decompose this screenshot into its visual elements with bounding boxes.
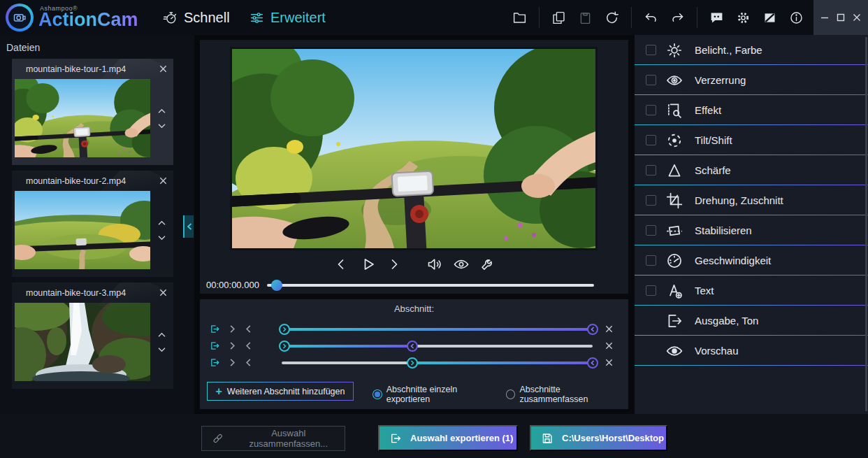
- file-card-1[interactable]: mountain-bike-tour-1.mp4: [12, 59, 173, 165]
- remove-file-icon[interactable]: [159, 64, 168, 73]
- trim-end-icon[interactable]: [244, 358, 253, 367]
- remove-file-icon[interactable]: [159, 176, 168, 185]
- play-icon[interactable]: [359, 256, 376, 273]
- video-thumbnail[interactable]: [15, 79, 150, 157]
- step-forward-icon[interactable]: [386, 256, 403, 273]
- tool-row-effect[interactable]: Effekt: [635, 95, 868, 125]
- merge-selection-button[interactable]: Auswahl zusammenfassen...: [201, 426, 345, 451]
- tab-schnell-label: Schnell: [184, 10, 230, 26]
- segment-start-handle[interactable]: [279, 341, 290, 352]
- export-segment-icon[interactable]: [210, 324, 220, 334]
- copy-icon[interactable]: [551, 10, 566, 25]
- move-up-icon[interactable]: [157, 331, 166, 338]
- settings-gear-icon[interactable]: [736, 10, 751, 25]
- checkbox[interactable]: [646, 45, 656, 55]
- trim-start-icon[interactable]: [228, 341, 237, 350]
- theme-contrast-icon[interactable]: [762, 10, 777, 25]
- checkbox[interactable]: [646, 165, 656, 176]
- segment-start-handle[interactable]: [407, 357, 418, 368]
- export-selection-button[interactable]: Auswahl exportieren (1): [378, 425, 518, 451]
- tool-row-exposure[interactable]: Belicht., Farbe: [635, 35, 868, 65]
- redo-icon[interactable]: [670, 10, 685, 25]
- segment-end-handle[interactable]: [407, 341, 418, 352]
- tool-row-text[interactable]: Text: [635, 275, 868, 306]
- open-folder-icon[interactable]: [512, 10, 527, 25]
- tools-scrollbar[interactable]: [865, 37, 867, 411]
- preview-eye-icon: [665, 342, 683, 360]
- tool-row-distortion[interactable]: Verzerrung: [635, 65, 868, 95]
- trim-end-icon[interactable]: [244, 341, 253, 350]
- minimize-icon[interactable]: [820, 13, 830, 22]
- tab-schnell[interactable]: Schnell: [163, 0, 230, 35]
- remove-segment-icon[interactable]: [605, 341, 614, 350]
- tool-row-sharpen[interactable]: Schärfe: [635, 155, 868, 185]
- segment-range-slider[interactable]: [282, 362, 593, 364]
- tool-row-preview[interactable]: Vorschau: [635, 336, 868, 366]
- checkbox[interactable]: [646, 195, 656, 206]
- radio-label: Abschnitte einzeln exportieren: [386, 385, 500, 404]
- file-card-2[interactable]: mountain-bike-tour-2.mp4: [12, 171, 173, 277]
- feedback-icon[interactable]: [709, 10, 724, 25]
- tool-row-stabilize[interactable]: Stabilisieren: [635, 215, 868, 245]
- video-thumbnail[interactable]: [15, 303, 150, 381]
- trim-start-icon[interactable]: [228, 324, 237, 334]
- tool-label: Schärfe: [695, 164, 731, 176]
- output-path-button[interactable]: C:\Users\Horst\Desktop: [530, 425, 667, 451]
- undo-icon[interactable]: [644, 10, 658, 25]
- tool-row-output[interactable]: Ausgabe, Ton: [635, 306, 868, 336]
- remove-segment-icon[interactable]: [605, 358, 614, 367]
- tab-erweitert[interactable]: Erweitert: [249, 0, 326, 35]
- video-preview[interactable]: [232, 49, 595, 248]
- file-card-3[interactable]: mountain-bike-tour-3.mp4: [12, 282, 173, 389]
- paste-icon[interactable]: [578, 10, 593, 25]
- app-logo: [6, 3, 34, 31]
- collapse-panel-button[interactable]: [183, 215, 194, 238]
- segment-range-slider[interactable]: [282, 345, 593, 348]
- checkbox[interactable]: [646, 285, 656, 296]
- checkbox[interactable]: [646, 105, 656, 115]
- camera-icon: [13, 10, 27, 24]
- trim-start-icon[interactable]: [228, 358, 237, 367]
- eye-icon[interactable]: [453, 256, 470, 273]
- reset-icon[interactable]: [605, 10, 619, 25]
- checkbox[interactable]: [646, 225, 656, 236]
- video-thumbnail[interactable]: [15, 191, 150, 269]
- maximize-icon[interactable]: [836, 13, 846, 22]
- move-down-icon[interactable]: [157, 235, 166, 241]
- remove-file-icon[interactable]: [159, 288, 168, 297]
- wrench-icon[interactable]: [479, 256, 496, 273]
- advanced-sliders-icon: [249, 10, 264, 25]
- playhead-handle[interactable]: [271, 280, 282, 291]
- output-path-label: C:\Users\Horst\Desktop: [562, 433, 664, 443]
- file-name: mountain-bike-tour-1.mp4: [26, 64, 159, 74]
- checkbox[interactable]: [646, 75, 656, 85]
- add-segment-button[interactable]: + Weiteren Abschnitt hinzufügen: [207, 382, 354, 401]
- checkbox[interactable]: [646, 135, 656, 145]
- segment-end-handle[interactable]: [587, 324, 598, 335]
- radio-export-merged[interactable]: Abschnitte zusammenfassen: [506, 385, 628, 404]
- remove-segment-icon[interactable]: [605, 324, 614, 334]
- step-back-icon[interactable]: [333, 256, 349, 273]
- move-up-icon[interactable]: [157, 220, 166, 226]
- segment-range-slider[interactable]: [282, 328, 593, 331]
- checkbox[interactable]: [646, 255, 656, 266]
- volume-icon[interactable]: [426, 256, 443, 273]
- move-up-icon[interactable]: [157, 108, 166, 114]
- move-down-icon[interactable]: [157, 123, 166, 129]
- export-segment-icon[interactable]: [210, 357, 220, 368]
- segment-start-handle[interactable]: [279, 324, 290, 335]
- sections-title: Abschnitt:: [200, 299, 628, 314]
- tool-row-speed[interactable]: Geschwindigkeit: [635, 245, 868, 275]
- close-icon[interactable]: [852, 13, 862, 22]
- export-segment-icon[interactable]: [210, 341, 220, 351]
- segment-end-handle[interactable]: [587, 357, 598, 368]
- timeline-track[interactable]: [267, 284, 594, 287]
- tool-row-rotate-crop[interactable]: Drehung, Zuschnitt: [635, 185, 868, 215]
- preview-panel: 00:00:00.000: [200, 40, 628, 294]
- move-down-icon[interactable]: [157, 347, 166, 353]
- toolbar: [512, 0, 804, 35]
- trim-end-icon[interactable]: [244, 324, 253, 334]
- tool-row-tilt-shift[interactable]: Tilt/Shift: [635, 125, 868, 155]
- info-icon[interactable]: [789, 10, 804, 25]
- radio-export-single[interactable]: Abschnitte einzeln exportieren: [372, 385, 500, 404]
